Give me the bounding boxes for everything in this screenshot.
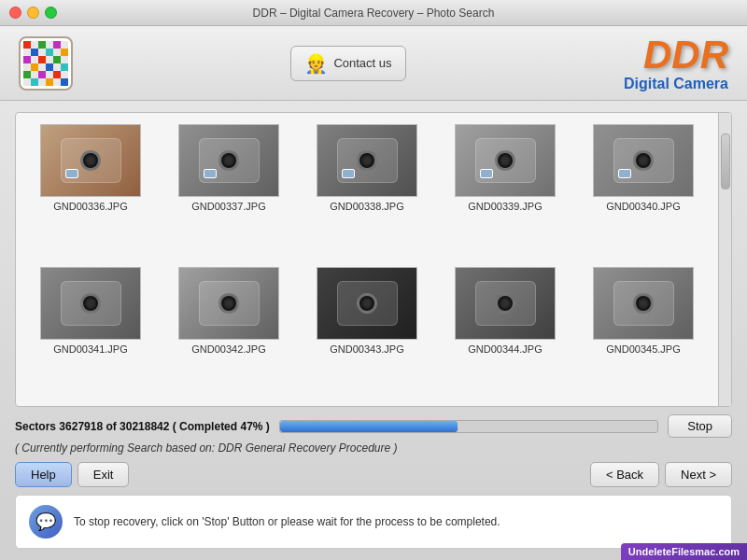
logo-icon bbox=[19, 36, 73, 91]
photo-filename: GND00340.JPG bbox=[606, 201, 680, 212]
photo-filename: GND00342.JPG bbox=[191, 343, 265, 355]
photo-item: GND00337.JPG bbox=[165, 124, 292, 252]
info-icon: 💬 bbox=[29, 505, 63, 539]
progress-area: Sectors 3627918 of 30218842 ( Completed … bbox=[15, 414, 732, 455]
photo-filename: GND00343.JPG bbox=[330, 343, 403, 355]
photo-thumbnail[interactable] bbox=[317, 124, 417, 197]
brand-area: DDR Digital Camera bbox=[624, 35, 728, 91]
photo-filename: GND00341.JPG bbox=[53, 343, 127, 355]
photo-item: GND00338.JPG bbox=[303, 124, 430, 252]
minimize-button[interactable] bbox=[27, 7, 39, 19]
titlebar: DDR – Digital Camera Recovery – Photo Se… bbox=[0, 0, 747, 26]
photo-filename: GND00336.JPG bbox=[53, 201, 127, 212]
progress-fill bbox=[280, 421, 458, 432]
photo-filename: GND00338.JPG bbox=[330, 201, 403, 212]
photo-thumbnail[interactable] bbox=[178, 267, 279, 340]
photo-grid: GND00336.JPGGND00337.JPGGND00338.JPGGND0… bbox=[16, 113, 718, 406]
photo-item: GND00340.JPG bbox=[580, 124, 707, 252]
watermark: UndeleteFilesmac.com bbox=[621, 543, 747, 560]
photo-item: GND00345.JPG bbox=[580, 267, 707, 395]
maximize-button[interactable] bbox=[45, 7, 57, 19]
photo-item: GND00343.JPG bbox=[303, 267, 430, 395]
photo-thumbnail[interactable] bbox=[455, 267, 556, 340]
back-button[interactable]: < Back bbox=[590, 462, 659, 487]
help-button[interactable]: Help bbox=[15, 462, 72, 487]
brand-ddr-text: DDR bbox=[624, 35, 728, 75]
close-button[interactable] bbox=[9, 7, 21, 19]
brand-subtitle: Digital Camera bbox=[624, 77, 728, 91]
photo-item: GND00336.JPG bbox=[27, 124, 154, 252]
progress-bar bbox=[279, 420, 658, 433]
contact-label: Contact us bbox=[333, 56, 391, 70]
photo-thumbnail[interactable] bbox=[40, 124, 141, 197]
photo-item: GND00344.JPG bbox=[442, 267, 569, 395]
content-area: GND00336.JPGGND00337.JPGGND00338.JPGGND0… bbox=[0, 101, 747, 560]
info-message: To stop recovery, click on 'Stop' Button… bbox=[74, 515, 500, 528]
app-header: 👷 Contact us DDR Digital Camera bbox=[0, 26, 747, 101]
logo-checkerboard bbox=[23, 41, 68, 86]
photo-filename: GND00344.JPG bbox=[468, 343, 542, 355]
photo-panel: GND00336.JPGGND00337.JPGGND00338.JPGGND0… bbox=[15, 112, 732, 407]
status-text: ( Currently performing Search based on: … bbox=[15, 441, 732, 455]
photo-item: GND00341.JPG bbox=[27, 267, 154, 395]
info-box: 💬 To stop recovery, click on 'Stop' Butt… bbox=[15, 495, 732, 549]
photo-item: GND00339.JPG bbox=[442, 124, 569, 252]
photo-filename: GND00339.JPG bbox=[468, 201, 542, 212]
bottom-nav: Help Exit < Back Next > bbox=[15, 462, 732, 487]
window-controls[interactable] bbox=[9, 7, 57, 19]
exit-button[interactable]: Exit bbox=[78, 462, 130, 487]
progress-row: Sectors 3627918 of 30218842 ( Completed … bbox=[15, 414, 732, 438]
photo-thumbnail[interactable] bbox=[455, 124, 556, 197]
photo-thumbnail[interactable] bbox=[593, 267, 694, 340]
contact-button[interactable]: 👷 Contact us bbox=[290, 46, 405, 81]
progress-label: Sectors 3627918 of 30218842 ( Completed … bbox=[15, 420, 270, 433]
photo-item: GND00342.JPG bbox=[165, 267, 292, 395]
photo-thumbnail[interactable] bbox=[178, 124, 279, 197]
photo-filename: GND00337.JPG bbox=[191, 201, 265, 212]
photo-filename: GND00345.JPG bbox=[606, 343, 680, 355]
photo-thumbnail[interactable] bbox=[40, 267, 141, 340]
window-title: DDR – Digital Camera Recovery – Photo Se… bbox=[253, 7, 495, 20]
photo-thumbnail[interactable] bbox=[317, 267, 417, 340]
photo-thumbnail[interactable] bbox=[593, 124, 694, 197]
stop-button[interactable]: Stop bbox=[668, 414, 732, 438]
scroll-thumb[interactable] bbox=[721, 133, 730, 189]
scrollbar[interactable] bbox=[718, 113, 731, 406]
app-body: 👷 Contact us DDR Digital Camera GND00336… bbox=[0, 26, 747, 560]
contact-person-icon: 👷 bbox=[304, 52, 328, 75]
next-button[interactable]: Next > bbox=[665, 462, 732, 487]
